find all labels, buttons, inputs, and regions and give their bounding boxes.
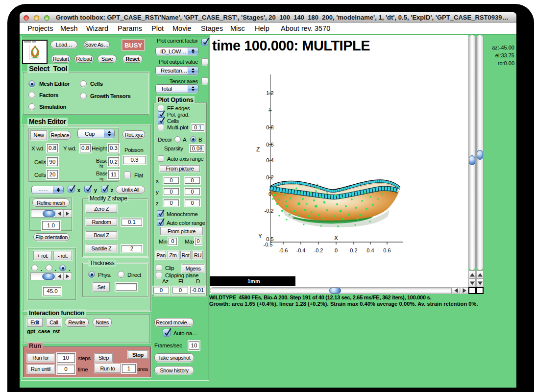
svg-text:X: X [334, 235, 338, 242]
svg-text:-0.2: -0.2 [265, 208, 274, 214]
svg-text:0.6: 0.6 [266, 142, 273, 147]
svg-text:0.4: 0.4 [266, 157, 273, 163]
svg-text:-0.5: -0.5 [264, 242, 273, 247]
svg-text:Y: Y [258, 233, 262, 240]
svg-text:-0.6: -0.6 [279, 247, 288, 253]
svg-text:0: 0 [335, 247, 338, 253]
svg-text:-0.2: -0.2 [314, 247, 323, 253]
svg-text:0.2: 0.2 [350, 247, 357, 253]
svg-text:0.2: 0.2 [266, 174, 273, 180]
svg-text:1: 1 [268, 107, 271, 113]
svg-text:-0.4: -0.4 [296, 247, 306, 253]
svg-text:0.6: 0.6 [383, 247, 390, 253]
svg-text:1.2: 1.2 [266, 90, 273, 96]
svg-text:0.4: 0.4 [366, 247, 374, 253]
svg-text:Z: Z [256, 146, 260, 153]
svg-text:0.8: 0.8 [266, 124, 273, 130]
